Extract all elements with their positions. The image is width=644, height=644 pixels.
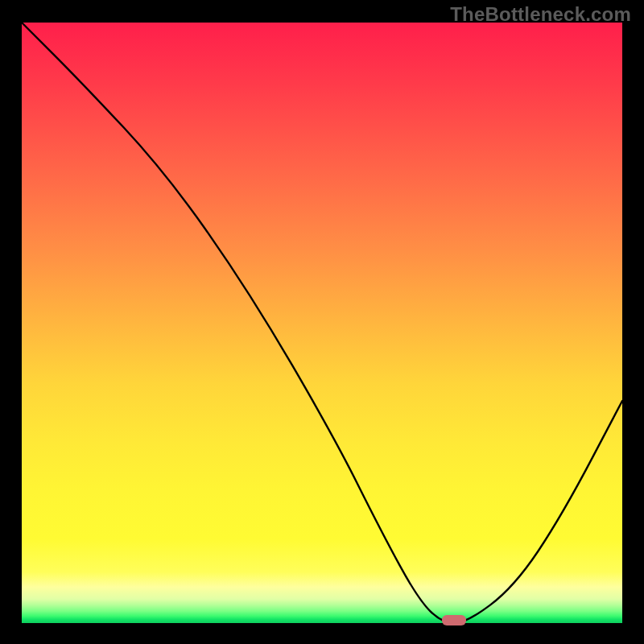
bottleneck-curve [22,23,622,623]
optimal-marker [442,615,466,625]
watermark-text: TheBottleneck.com [450,3,631,26]
curve-layer [0,0,644,644]
chart-frame: TheBottleneck.com [0,0,644,644]
